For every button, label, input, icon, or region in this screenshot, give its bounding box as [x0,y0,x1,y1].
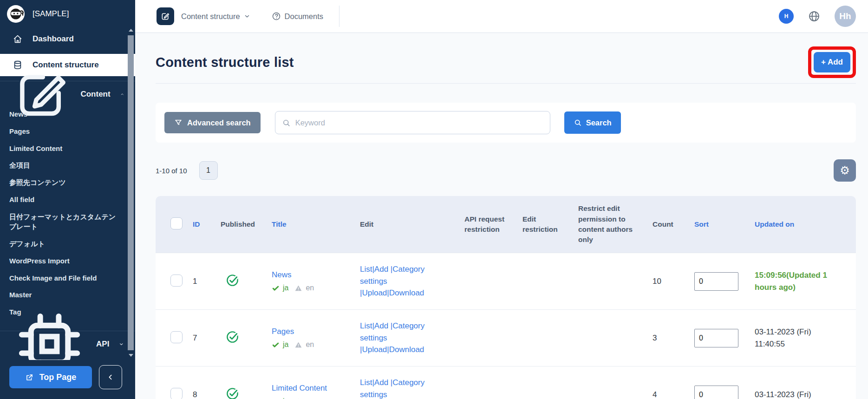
user-avatar[interactable]: Hh [835,6,856,27]
scroll-up-arrow-icon[interactable] [129,29,133,32]
sidebar-scrollbar[interactable] [128,28,134,358]
add-button[interactable]: + Add [814,52,850,72]
row-checkbox[interactable] [170,331,183,343]
sidebar-item-pages[interactable]: Pages [9,126,118,137]
context-app-button[interactable] [157,7,174,25]
published-check-icon [225,330,240,344]
advanced-search-label: Advanced search [187,118,251,127]
page-1-button[interactable]: 1 [199,161,218,180]
context-label: Content structure [181,12,240,21]
gear-icon: ⚙ [840,165,850,176]
avatar-initials: Hh [839,11,851,21]
row-checkbox[interactable] [170,275,183,287]
lang-row: ja en [272,284,360,292]
sidebar-item-label: Dashboard [33,34,74,44]
sort-input[interactable] [694,329,738,347]
table-row: 7 Pages ja en List|Add |Category setting… [156,309,856,366]
col-header-updated[interactable]: Updated on [755,219,856,229]
lang-en-label: en [306,340,314,349]
globe-icon[interactable] [808,10,821,23]
funnel-icon [174,118,183,127]
top-page-button[interactable]: Top Page [9,366,92,388]
notification-avatar[interactable]: H [779,9,794,24]
sidebar-item-reference-content[interactable]: 参照先コンテンツ [9,177,118,188]
cell-updated: 15:09:56(Updated 1 hours ago) [755,269,856,293]
col-header-edit: Edit [360,219,464,229]
cell-title: Limited Content ja en [272,384,360,399]
cell-edit-links[interactable]: List|Add |Category settings |Upload|Down… [360,320,464,356]
lang-ok-check-icon [272,398,280,399]
lang-ja-label: ja [283,340,288,349]
title-row: Content structure list + Add [156,46,856,78]
sidebar: [SAMPLE] Dashboard Content structure Con… [0,0,135,399]
published-check-icon [225,273,240,288]
cell-title: Pages ja en [272,327,360,349]
logo-row[interactable]: [SAMPLE] [0,0,135,24]
lang-ja-label: ja [283,397,288,399]
cell-id: 7 [193,334,221,343]
col-header-id[interactable]: ID [193,219,221,229]
header-divider [339,6,339,27]
sidebar-item-wordpress-import[interactable]: WordPress Import [9,256,118,266]
context-switcher[interactable]: Content structure [181,12,250,21]
lang-en-label: en [306,397,314,399]
sidebar-item-check-image-file[interactable]: Check Image and File field [9,273,118,283]
external-link-icon [25,373,34,382]
top-header: Content structure Documents H Hh [135,0,868,33]
sidebar-item-all-field[interactable]: All field [9,195,118,205]
question-circle-icon [272,12,281,21]
cell-count: 10 [653,277,694,286]
pagination-range: 1-10 of 10 [156,167,187,175]
sidebar-item-date-format-template[interactable]: 日付フォーマットとカスタムテンプレート [9,212,118,232]
select-all-checkbox[interactable] [170,217,183,229]
row-title-link[interactable]: Limited Content [272,384,327,392]
sidebar-group-api[interactable]: API [0,335,135,353]
cell-updated: 03-11-2023 (Fri) 11:40:55 [755,326,856,350]
content-table: ID Published Title Edit API request rest… [156,196,856,399]
keyword-field [275,111,550,134]
cell-edit-links[interactable]: List|Add |Category settings |Upload|Down… [360,263,464,299]
header-right-group: H Hh [779,6,856,27]
sidebar-item-default[interactable]: デフォルト [9,239,118,249]
sidebar-item-all-items[interactable]: 全項目 [9,160,118,170]
table-settings-button[interactable]: ⚙ [834,159,856,182]
sidebar-group-content[interactable]: Content [0,85,135,104]
chevron-down-icon [244,13,250,20]
row-title-link[interactable]: News [272,270,292,279]
content-sub-list: News Pages Limited Content 全項目 参照先コンテンツ … [0,104,135,326]
sidebar-item-limited-content[interactable]: Limited Content [9,144,118,154]
row-title-link[interactable]: Pages [272,327,294,336]
lang-row: ja en [272,340,360,349]
sort-input[interactable] [694,386,738,399]
sidebar-item-dashboard[interactable]: Dashboard [0,30,135,48]
sidebar-item-master[interactable]: Master [9,290,118,300]
search-button[interactable]: Search [564,111,621,134]
keyword-input[interactable] [295,118,543,127]
advanced-search-button[interactable]: Advanced search [164,112,261,133]
row-checkbox[interactable] [170,388,183,399]
red-annotation-box: + Add [808,46,856,78]
sidebar-collapse-button[interactable] [99,365,122,389]
documents-link[interactable]: Documents [272,12,323,21]
col-header-sort[interactable]: Sort [694,219,755,229]
search-icon [282,118,291,127]
table-header-row: ID Published Title Edit API request rest… [156,196,856,253]
sidebar-group-label: API [96,340,109,349]
scroll-down-arrow-icon[interactable] [129,354,133,357]
col-header-restrict-authors: Restrict edit permission to content auth… [578,203,653,245]
lang-warning-icon [294,341,302,349]
app-logo-icon [7,5,25,23]
sort-input[interactable] [694,272,738,291]
lang-ok-check-icon [272,341,280,349]
cell-edit-links[interactable]: List|Add |Category settings |Upload|Down… [360,377,464,399]
col-header-title[interactable]: Title [272,219,360,229]
page-title: Content structure list [156,55,294,70]
search-icon [574,118,582,127]
col-header-edit-restriction: Edit restriction [522,214,578,235]
home-icon [13,34,23,44]
lang-ok-check-icon [272,284,280,292]
scrollbar-thumb[interactable] [128,35,134,350]
chevron-up-icon [120,91,124,98]
workspace-name: [SAMPLE] [33,9,69,19]
sidebar-group-label: Content [80,90,110,99]
